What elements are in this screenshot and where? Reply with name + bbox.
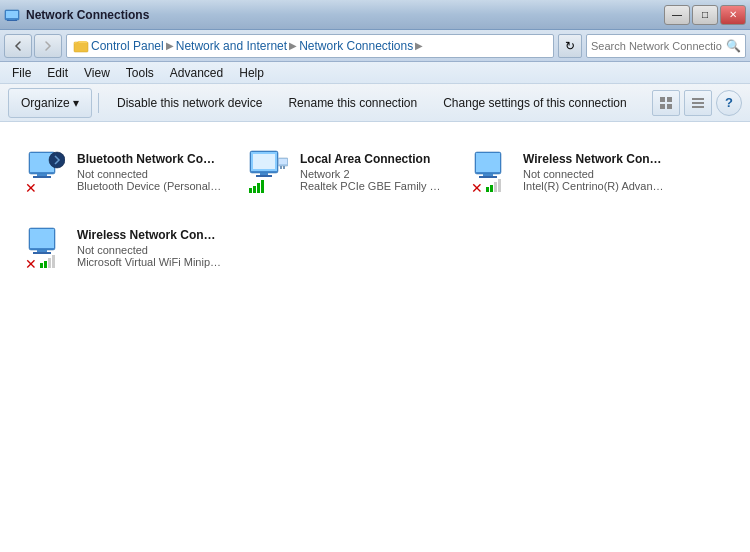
bluetooth-name: Bluetooth Network Connection xyxy=(77,152,222,166)
title-bar: Network Connections — □ ✕ xyxy=(0,0,750,30)
menu-edit[interactable]: Edit xyxy=(39,64,76,82)
maximize-button[interactable]: □ xyxy=(692,5,718,25)
svg-rect-40 xyxy=(37,250,47,252)
breadcrumb-network-internet[interactable]: Network and Internet xyxy=(176,39,287,53)
wireless-info: Wireless Network Connection Not connecte… xyxy=(523,152,668,192)
folder-icon xyxy=(73,38,89,54)
back-button[interactable] xyxy=(4,34,32,58)
svg-rect-28 xyxy=(257,183,260,193)
title-bar-text: Network Connections xyxy=(26,8,149,22)
search-bar[interactable]: 🔍 xyxy=(586,34,746,58)
local-area-icon-wrapper xyxy=(248,148,290,196)
bluetooth-status: Not connected xyxy=(77,168,222,180)
menu-help[interactable]: Help xyxy=(231,64,272,82)
svg-rect-10 xyxy=(692,102,704,104)
menu-view[interactable]: View xyxy=(76,64,118,82)
title-bar-left: Network Connections xyxy=(4,7,149,23)
list-view-button[interactable] xyxy=(684,90,712,116)
bluetooth-desc: Bluetooth Device (Personal Area ... xyxy=(77,180,222,192)
wireless-status: Not connected xyxy=(523,168,668,180)
svg-rect-9 xyxy=(692,98,704,100)
wireless2-desc: Microsoft Virtual WiFi Miniport A... xyxy=(77,256,222,268)
lan-name: Local Area Connection xyxy=(300,152,445,166)
svg-rect-6 xyxy=(667,97,672,102)
wireless-icon-wrapper: ✕ xyxy=(471,148,513,196)
svg-rect-5 xyxy=(660,97,665,102)
search-icon[interactable]: 🔍 xyxy=(726,39,741,53)
svg-rect-34 xyxy=(486,187,489,192)
help-button[interactable]: ? xyxy=(716,90,742,116)
list-icon xyxy=(691,96,705,110)
disable-network-button[interactable]: Disable this network device xyxy=(105,88,274,118)
toolbar: Organize ▾ Disable this network device R… xyxy=(0,84,750,122)
svg-rect-14 xyxy=(37,174,47,176)
svg-rect-35 xyxy=(490,185,493,192)
svg-rect-29 xyxy=(261,180,264,193)
wireless2-icon-wrapper: ✕ xyxy=(25,224,67,272)
svg-point-16 xyxy=(49,152,65,168)
bluetooth-info: Bluetooth Network Connection Not connect… xyxy=(77,152,222,192)
view-toggle-button[interactable] xyxy=(652,90,680,116)
search-input[interactable] xyxy=(591,40,722,52)
menu-file[interactable]: File xyxy=(4,64,39,82)
svg-rect-37 xyxy=(498,179,501,192)
svg-rect-15 xyxy=(33,176,51,178)
lan-desc: Realtek PCIe GBE Family Controller xyxy=(300,180,445,192)
svg-rect-26 xyxy=(249,188,252,193)
view-icon xyxy=(659,96,673,110)
forward-button[interactable] xyxy=(34,34,62,58)
svg-rect-23 xyxy=(279,159,287,164)
svg-rect-31 xyxy=(476,153,500,172)
svg-rect-44 xyxy=(48,258,51,268)
svg-rect-21 xyxy=(256,175,272,177)
svg-rect-36 xyxy=(494,182,497,192)
close-button[interactable]: ✕ xyxy=(720,5,746,25)
svg-rect-27 xyxy=(253,186,256,193)
title-bar-controls: — □ ✕ xyxy=(664,5,746,25)
wireless-desc: Intel(R) Centrino(R) Advanced-N 6... xyxy=(523,180,668,192)
toolbar-separator-1 xyxy=(98,93,99,113)
rename-connection-button[interactable]: Rename this connection xyxy=(276,88,429,118)
svg-rect-7 xyxy=(660,104,665,109)
svg-rect-19 xyxy=(253,154,275,169)
menu-bar: File Edit View Tools Advanced Help xyxy=(0,62,750,84)
lan-status: Network 2 xyxy=(300,168,445,180)
menu-tools[interactable]: Tools xyxy=(118,64,162,82)
wireless2-info: Wireless Network Connection 2 Not connec… xyxy=(77,228,222,268)
wireless-signal-icon xyxy=(485,177,501,193)
svg-rect-24 xyxy=(280,166,282,169)
connection-wireless[interactable]: ✕ Wireless Network Connection Not connec… xyxy=(462,138,677,206)
toolbar-right: ? xyxy=(652,90,742,116)
svg-rect-11 xyxy=(692,106,704,108)
connection-wireless-2[interactable]: ✕ Wireless Network Connection 2 Not conn… xyxy=(16,214,231,282)
minimize-button[interactable]: — xyxy=(664,5,690,25)
main-content: ✕ Bluetooth Network Connection Not conne… xyxy=(0,122,750,552)
change-settings-button[interactable]: Change settings of this connection xyxy=(431,88,638,118)
wireless2-status: Not connected xyxy=(77,244,222,256)
bluetooth-icon-wrapper: ✕ xyxy=(25,148,67,196)
bluetooth-status-error-icon: ✕ xyxy=(25,180,41,196)
connections-grid: ✕ Bluetooth Network Connection Not conne… xyxy=(16,138,734,282)
breadcrumb-control-panel[interactable]: Control Panel xyxy=(91,39,164,53)
organize-button[interactable]: Organize ▾ xyxy=(8,88,92,118)
svg-rect-4 xyxy=(74,42,88,52)
refresh-button[interactable]: ↻ xyxy=(558,34,582,58)
svg-rect-45 xyxy=(52,255,55,268)
nav-buttons xyxy=(4,34,62,58)
svg-rect-39 xyxy=(30,229,54,248)
svg-rect-43 xyxy=(44,261,47,268)
connection-bluetooth[interactable]: ✕ Bluetooth Network Connection Not conne… xyxy=(16,138,231,206)
svg-rect-1 xyxy=(6,11,18,18)
address-bar: Control Panel ▶ Network and Internet ▶ N… xyxy=(0,30,750,62)
svg-rect-32 xyxy=(483,174,493,176)
connection-local-area[interactable]: Local Area Connection Network 2 Realtek … xyxy=(239,138,454,206)
window-icon xyxy=(4,7,20,23)
svg-rect-3 xyxy=(7,20,17,21)
svg-rect-8 xyxy=(667,104,672,109)
lan-info: Local Area Connection Network 2 Realtek … xyxy=(300,152,445,192)
svg-rect-25 xyxy=(283,166,285,169)
breadcrumb-network-connections[interactable]: Network Connections xyxy=(299,39,413,53)
lan-status-ok-icon xyxy=(248,178,264,194)
menu-advanced[interactable]: Advanced xyxy=(162,64,231,82)
wireless2-signal-icon xyxy=(39,253,55,269)
